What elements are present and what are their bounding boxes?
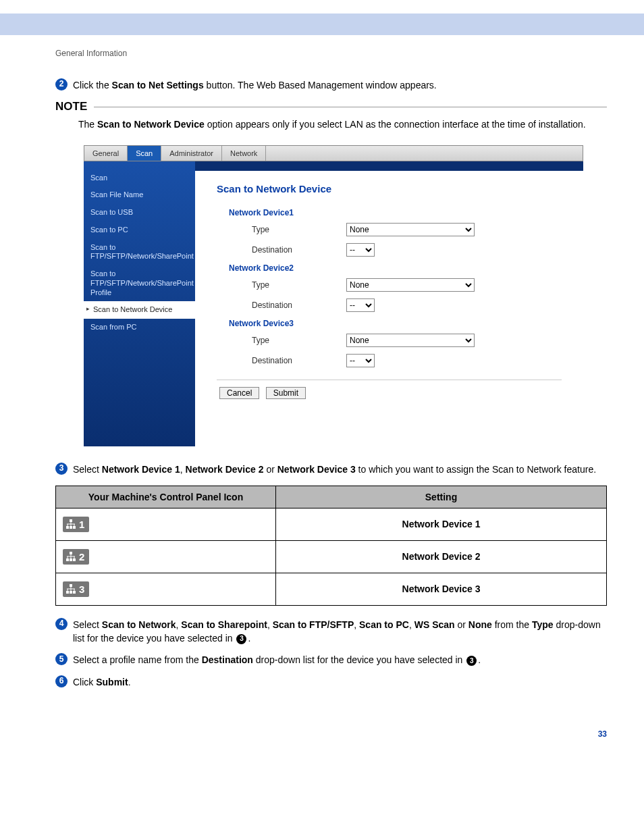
step-6: 6 Click Submit. <box>55 675 607 689</box>
step-4-ref-icon: 3 <box>236 634 246 644</box>
svg-rect-17 <box>74 556 75 558</box>
s5-bold: Destination <box>202 654 253 665</box>
s4-s3: , <box>354 619 359 630</box>
step-5-number: 5 <box>55 653 68 665</box>
svg-rect-24 <box>68 589 68 591</box>
wbm-g2-dest-select[interactable]: -- <box>346 298 375 312</box>
wbm-side-scan-to-network-device[interactable]: Scan to Network Device <box>84 301 195 319</box>
step-3-pre: Select <box>73 464 102 475</box>
s4-s4: , <box>409 619 414 630</box>
wbm-tab-general[interactable]: General <box>84 146 128 161</box>
wbm-group1-label: Network Device1 <box>229 208 562 217</box>
wbm-g1-type-label: Type <box>252 225 346 234</box>
table-header-icon: Your Machine's Control Panel Icon <box>56 486 276 508</box>
s4-s2: , <box>267 619 273 630</box>
step-3-s1: , <box>180 464 186 475</box>
wbm-g3-type-label: Type <box>252 336 346 345</box>
wbm-side-scan-to-pc[interactable]: Scan to PC <box>84 221 195 239</box>
wbm-tab-scan[interactable]: Scan <box>128 146 161 161</box>
s5-end: . <box>478 654 481 665</box>
svg-rect-3 <box>66 526 69 529</box>
step-3-b3: Network Device 3 <box>277 464 356 475</box>
top-spacer <box>0 0 644 14</box>
icon-num-2: 2 <box>79 551 84 563</box>
wbm-g2-type-label: Type <box>252 280 346 290</box>
step-3-post: to which you want to assign the Scan to … <box>356 464 596 475</box>
svg-rect-18 <box>70 584 72 587</box>
wbm-tab-administrator[interactable]: Administrator <box>161 146 222 161</box>
wbm-g1-dest-label: Destination <box>252 245 346 255</box>
table-row: 3 Network Device 3 <box>56 573 607 605</box>
s4-b6: None <box>468 619 492 630</box>
network-device-icon-3: 3 <box>63 581 89 597</box>
page-number: 33 <box>55 729 607 739</box>
svg-rect-14 <box>73 558 76 561</box>
svg-rect-15 <box>68 556 68 558</box>
wbm-sidebar: Scan Scan File Name Scan to USB Scan to … <box>84 161 195 446</box>
wbm-cancel-button[interactable]: Cancel <box>219 387 259 399</box>
svg-rect-23 <box>73 591 76 594</box>
step-2: 2 Click the Scan to Net Settings button.… <box>55 78 607 92</box>
wbm-g3-type-select[interactable]: None <box>346 334 475 347</box>
s4-b2: Scan to Sharepoint <box>181 619 267 630</box>
table-setting-3: Network Device 3 <box>276 573 607 605</box>
wbm-tab-network[interactable]: Network <box>222 146 266 161</box>
svg-rect-16 <box>71 556 72 558</box>
s4-end: . <box>248 633 250 644</box>
wbm-submit-button[interactable]: Submit <box>266 387 306 399</box>
note-heading: NOTE <box>55 100 607 113</box>
wbm-side-scan-to-ftp-profile[interactable]: Scan to FTP/SFTP/Network/SharePoint Prof… <box>84 265 195 301</box>
wbm-group3-label: Network Device3 <box>229 319 562 328</box>
step-4-number: 4 <box>55 618 68 630</box>
wbm-side-scan[interactable]: Scan <box>84 170 195 187</box>
wbm-tabs: General Scan Administrator Network <box>84 145 583 161</box>
network-device-icon-2: 2 <box>63 549 89 565</box>
wbm-main: Scan to Network Device Network Device1 T… <box>195 161 583 446</box>
s4-b3: Scan to FTP/SFTP <box>273 619 354 630</box>
step-6-number: 6 <box>55 675 68 687</box>
svg-rect-21 <box>66 591 69 594</box>
svg-rect-13 <box>70 558 72 561</box>
table-row: 1 Network Device 1 <box>56 508 607 540</box>
svg-rect-4 <box>70 526 72 529</box>
s6-end: . <box>128 677 131 687</box>
icon-num-1: 1 <box>79 519 84 530</box>
wbm-g3-dest-select[interactable]: -- <box>346 354 375 367</box>
wbm-g2-type-select[interactable]: None <box>346 278 475 292</box>
step-2-text-pre: Click the <box>73 80 112 90</box>
note-label: NOTE <box>55 100 87 113</box>
network-device-icon-1: 1 <box>63 517 89 532</box>
note-body: The Scan to Network Device option appear… <box>55 118 607 131</box>
note-post: option appears only if you select LAN as… <box>205 119 586 130</box>
s4-b5: WS Scan <box>414 619 455 630</box>
table-setting-2: Network Device 2 <box>276 540 607 573</box>
wbm-separator <box>217 380 562 380</box>
wbm-g2-dest-label: Destination <box>252 301 346 310</box>
table-row: 2 Network Device 2 <box>56 540 607 573</box>
wbm-side-scan-to-ftp[interactable]: Scan to FTP/SFTP/Network/SharePoint <box>84 239 195 266</box>
wbm-g1-dest-select[interactable]: -- <box>346 243 375 257</box>
step-2-text-post: button. The Web Based Management window … <box>204 80 437 90</box>
icon-num-3: 3 <box>79 583 84 595</box>
svg-rect-8 <box>74 524 75 526</box>
table-setting-1: Network Device 1 <box>276 508 607 540</box>
s4-l2a: from the <box>492 619 532 630</box>
svg-rect-6 <box>68 524 68 526</box>
svg-rect-5 <box>73 526 76 529</box>
icon-setting-table: Your Machine's Control Panel Icon Settin… <box>55 486 607 606</box>
s6-bold: Submit <box>96 677 128 687</box>
s4-pre: Select <box>73 619 102 630</box>
wbm-g1-type-select[interactable]: None <box>346 223 475 236</box>
wbm-side-scan-to-usb[interactable]: Scan to USB <box>84 204 195 221</box>
svg-rect-22 <box>70 591 72 594</box>
svg-rect-9 <box>70 552 72 554</box>
svg-rect-12 <box>66 558 69 561</box>
wbm-side-scan-file-name[interactable]: Scan File Name <box>84 186 195 204</box>
wbm-screenshot: General Scan Administrator Network Scan … <box>84 145 583 446</box>
wbm-side-scan-from-pc[interactable]: Scan from PC <box>84 319 195 336</box>
s4-l2b: Type <box>532 619 554 630</box>
step-3: 3 Select Network Device 1, Network Devic… <box>55 463 607 476</box>
s4-s5: or <box>455 619 468 630</box>
step-3-number: 3 <box>55 463 68 475</box>
table-header-setting: Setting <box>276 486 607 508</box>
